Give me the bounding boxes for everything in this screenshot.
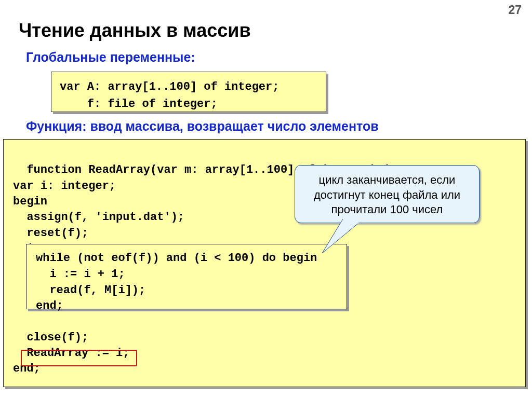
- callout-note: цикл заканчивается, если достигнут конец…: [295, 165, 480, 223]
- code-block-globals: var A: array[1..100] of integer; f: file…: [51, 72, 326, 112]
- svg-marker-0: [322, 219, 358, 253]
- page-number: 27: [508, 3, 522, 17]
- slide-title: Чтение данных в массив: [19, 20, 251, 42]
- section-function-label: Функция: ввод массива, возвращает число …: [26, 119, 379, 134]
- section-globals-label: Глобальные переменные:: [26, 50, 195, 65]
- highlight-return-value: [21, 350, 137, 366]
- code-block-inner-loop: while (not eof(f)) and (i < 100) do begi…: [26, 244, 347, 309]
